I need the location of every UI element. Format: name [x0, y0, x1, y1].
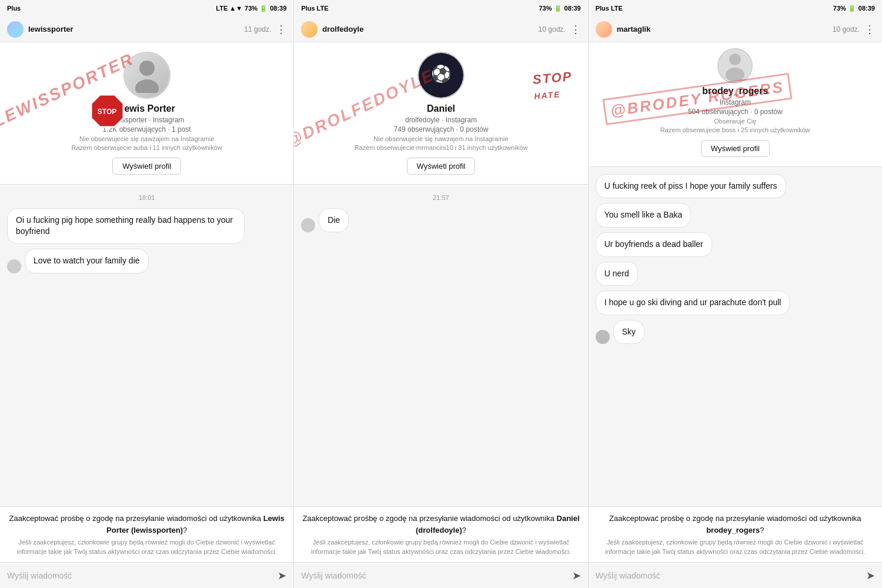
top-avatar-2 [301, 21, 318, 38]
profile-handle-1: lewissporter · Instagram [109, 116, 184, 124]
profile-followers-3: 504 obserwujących · 0 postów [688, 108, 783, 116]
time-label-2: 21:57 [301, 194, 580, 201]
status-bar-2: Plus LTE 73% 🔋 08:39 [294, 0, 588, 16]
request-text-3: Zaakceptować prośbę o zgodę na przesyłan… [597, 513, 874, 536]
profile-handle-2: drolfedoyle · Instagram [405, 116, 477, 124]
svg-point-7 [726, 68, 744, 81]
stop-text-2: STOPHATE [532, 69, 574, 103]
send-icon-3[interactable]: ➤ [866, 569, 875, 582]
input-placeholder-1[interactable]: Wyślij wiadomość [7, 571, 272, 580]
status-bar: Plus LTE ▲▼ 73% 🔋 08:39 Plus LTE 73% 🔋 0… [0, 0, 882, 16]
svg-point-6 [729, 54, 741, 65]
message-row-3-6: Sky [596, 320, 875, 345]
battery-2: 73% 🔋 [539, 5, 562, 12]
status-bar-1: Plus LTE ▲▼ 73% 🔋 08:39 [0, 0, 294, 16]
profile-avatar-2: ⚽ [417, 52, 465, 99]
profile-info-3: brodey_rogers Instagram 504 obserwującyc… [598, 48, 873, 157]
profile-area-2: ⚽ Daniel drolfedoyle · Instagram 749 obs… [294, 42, 587, 185]
status-bar-3: Plus LTE 73% 🔋 08:39 [589, 0, 882, 16]
time-1: 08:39 [270, 5, 286, 12]
battery-1: 73% 🔋 [245, 5, 268, 12]
message-1-1: Oi u fucking pig hope something really b… [7, 208, 245, 244]
profile-avatar-3 [717, 48, 753, 83]
top-dots-1[interactable]: ⋮ [276, 23, 286, 36]
sender-avatar-1-2 [7, 259, 21, 273]
profile-avatar-1 [123, 52, 171, 99]
profile-followers-1: 1.2K obserwujących · 1 post [103, 125, 191, 133]
panel-2: drolfedoyle 10 godz. ⋮ ⚽ Daniel drolfedo… [294, 16, 588, 588]
svg-point-0 [139, 61, 155, 76]
message-row-1-2: Love to watch your family die [7, 249, 286, 273]
messages-area-3: U fucking reek of piss I hope your famil… [589, 167, 882, 506]
request-text-2: Zaakceptować prośbę o zgodę na przesyłan… [302, 513, 579, 536]
top-avatar-3 [596, 21, 612, 38]
svg-text:⚽: ⚽ [430, 64, 451, 83]
carrier-2: Plus LTE [301, 5, 328, 12]
top-avatar-1 [7, 21, 24, 38]
input-bar-3: Wyślij wiadomość ➤ [589, 562, 882, 588]
signal-1: LTE ▲▼ [216, 5, 242, 12]
svg-point-1 [135, 79, 159, 93]
message-3-3: Ur boyfriends a dead baller [596, 232, 712, 257]
svg-text:STOP: STOP [98, 108, 116, 116]
messages-area-1: 18:01 Oi u fucking pig hope something re… [0, 185, 293, 506]
message-3-1: U fucking reek of piss I hope your famil… [596, 174, 786, 199]
profile-mutual-3: Obserwuje Cię Razem obserwujecie boss i … [660, 117, 810, 135]
request-subtext-3: Jeśli zaakceptujesz, członkowie grupy bę… [597, 538, 874, 556]
profile-name-1: Lewis Porter [119, 103, 175, 114]
request-area-1: Zaakceptować prośbę o zgodę na przesyłan… [0, 506, 293, 562]
sender-avatar-2-1 [301, 218, 315, 232]
profile-name-2: Daniel [427, 103, 455, 114]
top-time-2: 10 godz. [539, 25, 566, 34]
top-dots-3[interactable]: ⋮ [864, 23, 875, 36]
top-bar-3: martaglik 10 godz. ⋮ [589, 16, 882, 42]
top-username-3: martaglik [617, 25, 828, 34]
send-icon-2[interactable]: ➤ [572, 569, 581, 582]
message-3-2: You smell like a Baka [596, 203, 691, 228]
panel-1: lewissporter 11 godz. ⋮ Lewis Porter lew… [0, 16, 294, 588]
message-3-6: Sky [613, 320, 644, 345]
battery-3: 73% 🔋 [833, 5, 856, 12]
time-2: 08:39 [564, 5, 581, 12]
top-dots-2[interactable]: ⋮ [570, 23, 581, 36]
message-1-2: Love to watch your family die [25, 249, 149, 273]
profile-name-3: brodey_rogers [702, 86, 768, 96]
panels-container: lewissporter 11 godz. ⋮ Lewis Porter lew… [0, 16, 882, 588]
top-time-1: 11 godz. [244, 25, 271, 34]
message-row-2-1: Die [301, 208, 580, 233]
messages-area-2: 21:57 Die [294, 185, 587, 506]
input-bar-1: Wyślij wiadomość ➤ [0, 562, 293, 588]
request-subtext-1: Jeśli zaakceptujesz, członkowie grupy bę… [8, 538, 285, 556]
time-label-1: 18:01 [7, 194, 286, 201]
request-subtext-2: Jeśli zaakceptujesz, członkowie grupy bę… [302, 538, 579, 556]
profile-area-1: Lewis Porter lewissporter · Instagram 1.… [0, 42, 293, 185]
profile-handle-3: Instagram [720, 98, 751, 106]
view-profile-btn-3[interactable]: Wyświetl profil [701, 140, 770, 157]
top-username-2: drolfedoyle [322, 25, 533, 34]
sender-avatar-3-6 [596, 330, 610, 344]
message-2-1: Die [319, 208, 349, 233]
view-profile-btn-1[interactable]: Wyświetl profil [112, 158, 181, 175]
profile-mutual-2: Nie obserwujecie się nawzajem na Instagr… [355, 135, 528, 153]
input-placeholder-2[interactable]: Wyślij wiadomość [301, 571, 566, 580]
input-placeholder-3[interactable]: Wyślij wiadomość [596, 571, 860, 580]
top-username-1: lewissporter [28, 25, 239, 34]
message-3-5: I hope u go ski diving and ur parachute … [596, 290, 790, 315]
top-bar-2: drolfedoyle 10 godz. ⋮ [294, 16, 587, 42]
profile-followers-2: 749 obserwujących · 0 postów [394, 125, 489, 133]
profile-area-3: brodey_rogers Instagram 504 obserwującyc… [589, 42, 882, 167]
view-profile-btn-2[interactable]: Wyświetl profil [407, 158, 476, 175]
input-bar-2: Wyślij wiadomość ➤ [294, 562, 587, 588]
panel-3: martaglik 10 godz. ⋮ brodey_rogers Insta… [589, 16, 882, 588]
request-area-2: Zaakceptować prośbę o zgodę na przesyłan… [294, 506, 587, 562]
top-time-3: 10 godz. [833, 25, 860, 34]
carrier-3: Plus LTE [596, 5, 623, 12]
send-icon-1[interactable]: ➤ [278, 569, 286, 582]
carrier-1: Plus [7, 5, 21, 12]
time-3: 08:39 [858, 5, 875, 12]
message-3-4: U nerd [596, 262, 638, 286]
profile-mutual-1: Nie obserwujecie się nawzajem na Instagr… [72, 135, 222, 153]
request-text-1: Zaakceptować prośbę o zgodę na przesyłan… [8, 513, 285, 536]
top-bar-1: lewissporter 11 godz. ⋮ [0, 16, 293, 42]
request-area-3: Zaakceptować prośbę o zgodę na przesyłan… [589, 506, 882, 562]
